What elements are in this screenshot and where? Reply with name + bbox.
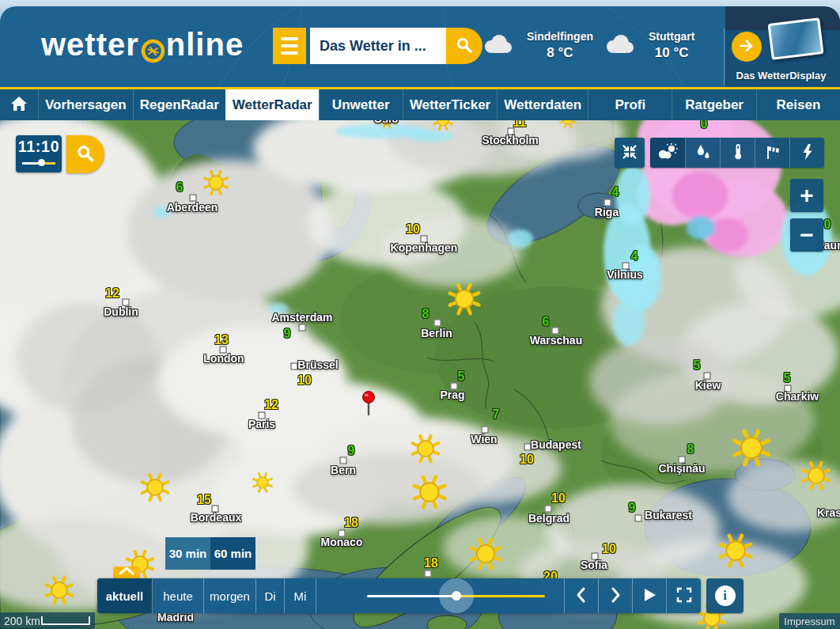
layer-weather-radar-button[interactable] — [650, 138, 685, 168]
temperature-value: 5 — [694, 358, 701, 373]
tab-morgen[interactable]: morgen — [204, 578, 256, 613]
nav-item-wetterticker[interactable]: WetterTicker — [403, 89, 497, 120]
nav-item-ratgeber[interactable]: Ratgeber — [672, 89, 755, 120]
logo-text-prefix: wetter — [41, 27, 139, 63]
chevron-right-icon — [607, 585, 623, 607]
city-label-krasnodar: Krasnodar — [817, 506, 840, 519]
temperature-value: 4 — [631, 249, 638, 263]
map-search-button[interactable] — [66, 135, 104, 173]
scale-bracket — [41, 616, 90, 625]
arrow-right-icon — [737, 36, 756, 58]
header-location-sindelfingen[interactable]: Sindelfingen 8 °C — [479, 30, 593, 61]
menu-button[interactable] — [273, 28, 306, 64]
sun-icon — [44, 575, 74, 604]
collapse-controls-button[interactable] — [615, 138, 645, 168]
city-label-paris: Paris — [248, 418, 275, 430]
city-marker — [299, 324, 306, 332]
city-label-kiew: Kiew — [695, 379, 721, 392]
temperature-value: 8 — [687, 442, 694, 457]
sun-icon — [140, 472, 169, 502]
interval-60min-button[interactable]: 60 min — [210, 537, 255, 570]
sun-icon — [448, 282, 481, 316]
wetterdisplay-device-image[interactable] — [767, 17, 823, 60]
lightning-icon — [798, 142, 817, 164]
promo-arrow-button[interactable] — [732, 32, 762, 62]
layer-rain-button[interactable] — [685, 138, 720, 168]
nav-item-regenradar[interactable]: RegenRadar — [133, 89, 225, 120]
tab-aktuell[interactable]: aktuell — [97, 578, 153, 613]
search-icon — [455, 36, 474, 57]
temperature-value: 18 — [424, 556, 438, 570]
sun-icon — [732, 429, 770, 467]
zoom-in-button[interactable]: + — [790, 179, 823, 212]
city-label-oslo: Oslo — [373, 120, 398, 125]
tab-heute[interactable]: heute — [153, 578, 204, 613]
city-label-amsterdam: Amsterdam — [271, 311, 332, 324]
slider-handle[interactable] — [452, 591, 461, 601]
city-label-brüssel: Brüssel — [297, 358, 338, 371]
temperature-value: 15 — [197, 493, 211, 507]
zoom-out-button[interactable]: − — [790, 218, 823, 252]
sun-icon — [252, 472, 273, 493]
time-mini-slider[interactable] — [22, 160, 55, 166]
play-icon — [641, 585, 658, 607]
fullscreen-icon — [675, 585, 694, 607]
time-widget[interactable]: 11:10 — [16, 135, 62, 172]
temperature-value: 10 — [602, 542, 616, 556]
nav-item-vorhersagen[interactable]: Vorhersagen — [38, 89, 133, 120]
search-button[interactable] — [446, 28, 482, 64]
header-location-stuttgart[interactable]: Stuttgart 10 °C — [601, 30, 694, 61]
cloud-icon — [479, 32, 516, 60]
sun-icon — [203, 170, 229, 196]
nav-item-profi[interactable]: Profi — [588, 89, 672, 120]
temperature-value: 7 — [493, 407, 500, 422]
layer-wind-button[interactable] — [755, 138, 789, 168]
temperature-value: 0 — [824, 218, 831, 232]
play-button[interactable] — [633, 578, 667, 613]
weather-radar-map[interactable]: OsloStockholm6Aberdeen12Dublin13London9A… — [0, 120, 840, 629]
minus-icon: − — [800, 223, 814, 247]
sun-icon — [801, 460, 831, 490]
city-label-prag: Prag — [440, 388, 464, 401]
step-back-button[interactable] — [565, 578, 599, 613]
nav-item-reisen[interactable]: Reisen — [756, 89, 840, 120]
layer-temperature-button[interactable] — [720, 138, 755, 168]
city-label-bordeaux: Bordeaux — [191, 511, 242, 524]
nav-item-wetterradar[interactable]: WetterRadar — [225, 89, 319, 120]
nav-item-wetterdaten[interactable]: Wetterdaten — [497, 89, 588, 120]
temperature-value: 12 — [105, 286, 119, 301]
interval-30min-button[interactable]: 30 min — [165, 537, 210, 570]
expand-panel-button[interactable] — [113, 566, 140, 578]
nav-item-unwetter[interactable]: Unwetter — [319, 89, 403, 120]
step-forward-button[interactable] — [599, 578, 633, 613]
city-label-vilnius: Vilnius — [607, 268, 643, 281]
tab-di[interactable]: Di — [256, 578, 285, 613]
header-city-name: Sindelfingen — [527, 30, 593, 43]
city-label-chişinău: Chişinău — [658, 462, 705, 475]
layer-lightning-button[interactable] — [789, 138, 824, 168]
tab-mi[interactable]: Mi — [285, 578, 316, 613]
city-label-aberdeen: Aberdeen — [167, 201, 218, 214]
city-label-belgrad: Belgrad — [528, 512, 569, 525]
city-label-bukarest: Bukarest — [645, 509, 692, 521]
sun-icon — [718, 533, 753, 568]
impressum-link[interactable]: Impressum — [779, 613, 840, 629]
temperature-value: 5 — [458, 369, 465, 384]
nav-home-button[interactable] — [0, 89, 38, 120]
search-input[interactable] — [310, 28, 446, 64]
temperature-value: 4 — [612, 185, 619, 199]
city-label-warschau: Warschau — [530, 334, 582, 347]
city-label-sofia: Sofia — [581, 559, 607, 571]
header-city-name: Stuttgart — [649, 30, 694, 43]
city-label-bern: Bern — [331, 464, 356, 476]
time-slider[interactable] — [316, 578, 565, 613]
fullscreen-button[interactable] — [667, 578, 701, 613]
cloud-icon — [601, 32, 638, 60]
info-button[interactable]: i — [706, 578, 744, 613]
logo[interactable]: wetternline — [41, 27, 244, 63]
header-city-temp: 8 °C — [527, 45, 593, 61]
cloud-sun-icon — [656, 142, 679, 164]
temperature-value: 8 — [422, 307, 429, 321]
info-icon: i — [715, 585, 736, 606]
time-display: 11:10 — [16, 138, 62, 156]
